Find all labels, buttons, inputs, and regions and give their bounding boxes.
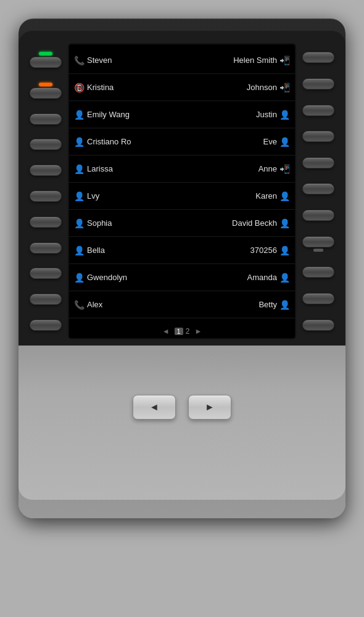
right-side-btn-11[interactable] bbox=[302, 320, 334, 331]
right-btn-group-11 bbox=[299, 320, 338, 331]
contact-right-4: Eve 👤 bbox=[182, 137, 290, 147]
pagination-info: 1 2 bbox=[175, 327, 190, 336]
person-orange-icon: 👤 bbox=[74, 110, 85, 120]
right-side-btn-6[interactable] bbox=[302, 183, 334, 194]
device: 📞 Steven Helen Smith 📲 📵 Kristina bbox=[19, 19, 345, 518]
contact-name-left: Gwendolyn bbox=[87, 273, 127, 282]
left-side-btn-4[interactable] bbox=[30, 139, 62, 150]
table-row[interactable]: 👤 Emily Wang Justin 👤 bbox=[69, 101, 295, 128]
contact-left-6: 👤 Lvy bbox=[74, 191, 182, 201]
person-green-icon: 👤 bbox=[279, 110, 290, 120]
screen-row: 📞 Steven Helen Smith 📲 📵 Kristina bbox=[19, 37, 345, 346]
main-screen: 📞 Steven Helen Smith 📲 📵 Kristina bbox=[68, 43, 296, 339]
contact-left-7: 👤 Sophia bbox=[74, 218, 182, 228]
current-page: 1 bbox=[175, 328, 183, 335]
right-side-btn-9[interactable] bbox=[302, 267, 334, 278]
contact-name-left: Bella bbox=[87, 246, 105, 255]
person-green-icon: 👤 bbox=[74, 246, 85, 255]
contact-name-right: 370256 bbox=[250, 246, 277, 255]
left-btn-group-4 bbox=[26, 139, 65, 150]
pagination-bar: ◄ 1 2 ► bbox=[69, 325, 295, 338]
nav-next-button[interactable]: ► bbox=[188, 395, 231, 420]
left-btn-group-2 bbox=[26, 83, 65, 99]
table-row[interactable]: 👤 Bella 370256 👤 bbox=[69, 237, 295, 264]
person-orange-icon: 👤 bbox=[279, 218, 290, 228]
call-active-icon: 📞 bbox=[74, 56, 85, 65]
contact-left-8: 👤 Bella bbox=[74, 246, 182, 255]
contact-name-right: Johnson bbox=[247, 83, 277, 92]
pagination-next-arrow[interactable]: ► bbox=[194, 327, 202, 336]
contact-right-9: Amanda 👤 bbox=[182, 273, 290, 283]
right-btn-group-9 bbox=[299, 267, 338, 278]
left-side-btn-6[interactable] bbox=[30, 191, 62, 202]
table-row[interactable]: 👤 Lvy Karen 👤 bbox=[69, 183, 295, 210]
contact-right-5: Anne 📲 bbox=[182, 164, 290, 174]
led-orange-2 bbox=[39, 83, 52, 86]
pagination-prev-arrow[interactable]: ◄ bbox=[162, 327, 170, 336]
table-row[interactable]: 📞 Alex Betty 👤 bbox=[69, 291, 295, 318]
left-button-column bbox=[23, 43, 68, 339]
person-orange-icon: 👤 bbox=[279, 273, 290, 283]
call-active-icon: 📞 bbox=[74, 300, 85, 310]
right-side-btn-4[interactable] bbox=[302, 131, 334, 142]
left-side-btn-11[interactable] bbox=[30, 320, 62, 331]
led-small bbox=[313, 249, 323, 252]
left-btn-group-6 bbox=[26, 191, 65, 202]
person-orange-icon: 👤 bbox=[74, 273, 85, 283]
contact-right-7: David Beckh 👤 bbox=[182, 218, 290, 228]
device-bottom: ◄ ► bbox=[19, 346, 345, 500]
contact-name-right: Betty bbox=[259, 300, 277, 309]
contact-name-right: Anne bbox=[259, 164, 277, 173]
table-row[interactable]: 📞 Steven Helen Smith 📲 bbox=[69, 47, 295, 74]
call-in-icon: 📲 bbox=[279, 56, 290, 65]
left-side-btn-7[interactable] bbox=[30, 217, 62, 228]
right-side-btn-8[interactable] bbox=[302, 236, 334, 247]
person-green-icon: 👤 bbox=[279, 191, 290, 201]
table-row[interactable]: 👤 Sophia David Beckh 👤 bbox=[69, 210, 295, 237]
person-green-icon: 👤 bbox=[74, 164, 85, 174]
right-side-btn-10[interactable] bbox=[302, 293, 334, 304]
left-side-btn-8[interactable] bbox=[30, 242, 62, 254]
contact-left-1: 📞 Steven bbox=[74, 56, 182, 65]
contact-name-right: Justin bbox=[256, 110, 277, 119]
contact-left-10: 📞 Alex bbox=[74, 300, 182, 310]
table-row[interactable]: 📵 Kristina Johnson 📲 bbox=[69, 74, 295, 101]
contact-right-1: Helen Smith 📲 bbox=[182, 56, 290, 65]
call-in-icon: 📲 bbox=[279, 83, 290, 93]
right-btn-group-7 bbox=[299, 210, 338, 221]
next-page-num: 2 bbox=[186, 327, 190, 336]
right-side-btn-5[interactable] bbox=[302, 157, 334, 168]
right-side-btn-3[interactable] bbox=[302, 105, 334, 116]
nav-button-row: ◄ ► bbox=[133, 395, 231, 420]
right-side-btn-1[interactable] bbox=[302, 52, 334, 63]
person-green-icon: 👤 bbox=[279, 300, 290, 310]
left-side-btn-1[interactable] bbox=[30, 57, 62, 68]
left-btn-group-9 bbox=[26, 268, 65, 279]
left-side-btn-2[interactable] bbox=[30, 88, 62, 99]
contact-name-left: Cristiano Ro bbox=[87, 137, 131, 146]
table-row[interactable]: 👤 Gwendolyn Amanda 👤 bbox=[69, 264, 295, 291]
contact-left-4: 👤 Cristiano Ro bbox=[74, 137, 182, 147]
left-btn-group-3 bbox=[26, 114, 65, 125]
contact-name-left: Emily Wang bbox=[87, 110, 130, 119]
left-btn-group-8 bbox=[26, 242, 65, 254]
right-btn-group-3 bbox=[299, 105, 338, 116]
right-side-btn-7[interactable] bbox=[302, 210, 334, 221]
table-row[interactable]: 👤 Larissa Anne 📲 bbox=[69, 155, 295, 183]
person-orange-icon: 👤 bbox=[74, 137, 85, 147]
left-side-btn-3[interactable] bbox=[30, 114, 62, 125]
contact-name-right: Helen Smith bbox=[233, 56, 277, 65]
left-btn-group-10 bbox=[26, 294, 65, 305]
contact-right-6: Karen 👤 bbox=[182, 191, 290, 201]
person-orange-icon: 👤 bbox=[279, 137, 290, 147]
table-row[interactable]: 👤 Cristiano Ro Eve 👤 bbox=[69, 128, 295, 155]
right-side-btn-2[interactable] bbox=[302, 78, 334, 89]
right-btn-group-1 bbox=[299, 52, 338, 63]
call-missed-icon: 📵 bbox=[74, 83, 85, 93]
right-btn-group-4 bbox=[299, 131, 338, 142]
nav-prev-button[interactable]: ◄ bbox=[133, 395, 176, 420]
person-green-icon: 👤 bbox=[74, 191, 85, 201]
left-side-btn-10[interactable] bbox=[30, 294, 62, 305]
left-side-btn-9[interactable] bbox=[30, 268, 62, 279]
left-side-btn-5[interactable] bbox=[30, 165, 62, 176]
